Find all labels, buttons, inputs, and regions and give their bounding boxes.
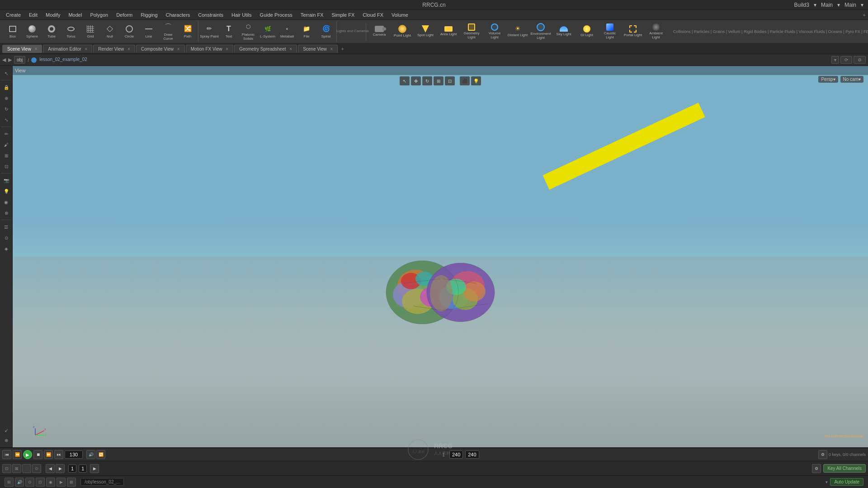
go-to-end-btn[interactable]: ⏭ (54, 450, 63, 459)
status-icon-4[interactable]: ⊡ (36, 478, 45, 487)
tab-render-view[interactable]: Render View × (93, 45, 135, 53)
menu-simplefx[interactable]: Simple FX (328, 11, 358, 19)
menu-cloudfx[interactable]: Cloud FX (359, 11, 387, 19)
tab-composite-view[interactable]: Composite View × (136, 45, 185, 53)
auto-update-btn[interactable]: Auto Update (830, 478, 863, 486)
sidebar-bottom-2[interactable]: ⊕ (1, 435, 11, 445)
tool-platonic[interactable]: ⬡ Platonic Solids (239, 21, 258, 42)
tool-gi-light[interactable]: GI Light (576, 21, 598, 42)
tool-null[interactable]: Null (100, 21, 119, 42)
frame-number[interactable]: 130 (65, 450, 83, 459)
tab-scene-view-2[interactable]: Scene View × (298, 45, 338, 53)
stop-btn[interactable]: ⏹ (33, 450, 42, 459)
menu-constraints[interactable]: Constraints (194, 11, 227, 19)
status-icon-3[interactable]: ⊙ (25, 478, 34, 487)
obj-dropdown[interactable]: obj (14, 56, 25, 64)
camera-view-tool[interactable]: 📷 (1, 175, 11, 185)
tool-geometry-light[interactable]: Geometry Light (460, 21, 483, 42)
back-btn[interactable]: ◀ (2, 57, 6, 63)
tool-volume-light[interactable]: Volume Light (483, 21, 506, 42)
tool-torus[interactable]: Torus (61, 21, 80, 42)
menu-characters[interactable]: Characters (162, 11, 194, 19)
record-btn[interactable] (22, 464, 31, 473)
tab-animation-editor[interactable]: Animation Editor × (43, 45, 92, 53)
menu-guideprocess[interactable]: Guide Process (256, 11, 296, 19)
tool-portal-light[interactable]: Portal Light (622, 21, 644, 42)
range-end-2[interactable]: 240 (465, 450, 479, 459)
viewport[interactable]: View ↖ ✥ ↻ ⊞ ⊡ ⬛ 💡 Persp▾ No cam▾ (13, 66, 868, 447)
play-btn[interactable]: ▶ (23, 450, 32, 459)
menu-volume[interactable]: Volume (388, 11, 412, 19)
new-tab-btn[interactable]: + (341, 46, 344, 52)
move-btn[interactable]: ✥ (411, 76, 421, 85)
menu-rigging[interactable]: Rigging (137, 11, 161, 19)
transform-tool[interactable]: ⊕ (1, 93, 11, 103)
shade-btn[interactable]: ⬛ (460, 76, 470, 85)
light-tool[interactable]: 💡 (1, 186, 11, 196)
misc-tool4[interactable]: ⊙ (1, 233, 11, 243)
tool-file[interactable]: 📁 File (297, 21, 316, 42)
loop-btn[interactable]: 🔁 (96, 450, 105, 459)
tool-line[interactable]: Line (139, 21, 158, 42)
menu-deform[interactable]: Deform (113, 11, 136, 19)
step-fwd-btn[interactable]: ⏩ (44, 450, 53, 459)
key-all-channels-btn[interactable]: Key All Channels (823, 464, 866, 473)
tab-geo-spreadsheet[interactable]: Geometry Spreadsheet × (234, 45, 297, 53)
tool-distant-light[interactable]: ☀ Distant Light (506, 21, 529, 42)
select-mode-btn[interactable]: ↖ (400, 76, 410, 85)
rotate-btn[interactable]: ↻ (422, 76, 432, 85)
grid-snap-btn[interactable]: ⊡ (445, 76, 455, 85)
step-back-btn[interactable]: ⏪ (13, 450, 22, 459)
menu-polygon[interactable]: Polygon (86, 11, 112, 19)
sidebar-bottom-1[interactable]: ↙ (1, 425, 11, 435)
handle-tool[interactable]: ⊞ (1, 150, 11, 160)
timeline-opt-2[interactable]: ⊠ (12, 464, 21, 473)
menu-terrainfx[interactable]: Terrain FX (297, 11, 327, 19)
tool-lsystem[interactable]: 🌿 L-System (258, 21, 277, 42)
menu-modify[interactable]: Modify (42, 11, 64, 19)
toolbar-expand[interactable]: + (863, 12, 866, 18)
go-to-start-btn[interactable]: ⏮ (2, 450, 11, 459)
tool-spiral[interactable]: 🌀 Spiral (316, 21, 335, 42)
tool-sphere[interactable]: Sphere (23, 21, 42, 42)
tool-env-light[interactable]: Environment Light (529, 21, 552, 42)
tl-nav-2[interactable]: ▶ (56, 464, 65, 473)
forward-btn[interactable]: ▶ (8, 57, 12, 63)
scale-tool[interactable]: ⤡ (1, 115, 11, 125)
tool-draw-curve[interactable]: ⌒ Draw Curve (159, 21, 178, 42)
tool-box[interactable]: Box (3, 21, 22, 42)
tool-sky-light[interactable]: Sky Light (552, 21, 575, 42)
path-input-dropdown[interactable]: ▾ (831, 56, 839, 64)
status-icon-2[interactable]: 🔊 (15, 478, 24, 487)
timeline-opt-1[interactable]: ⊡ (2, 464, 11, 473)
menu-model[interactable]: Model (65, 11, 85, 19)
misc-tool2[interactable]: ⊗ (1, 208, 11, 218)
tool-area-light[interactable]: Area Light (437, 21, 460, 42)
keyframe-settings[interactable]: ⚙ (818, 450, 827, 459)
status-icon-5[interactable]: ◉ (46, 478, 55, 487)
snap-btn[interactable]: ⊞ (434, 76, 443, 85)
tool-point-light[interactable]: Point Light (391, 21, 414, 42)
settings-btn[interactable]: ⚙ (854, 56, 866, 64)
select-tool[interactable]: ↖ (1, 68, 11, 78)
tl-right-1[interactable]: ⚙ (812, 464, 821, 473)
tool-text[interactable]: T Text (219, 21, 238, 42)
rotate-tool[interactable]: ↻ (1, 104, 11, 114)
viewport-label[interactable]: View (15, 68, 26, 73)
status-icon-6[interactable]: ▶ (57, 478, 66, 487)
tool-grid[interactable]: Grid (81, 21, 100, 42)
tool-spot-light[interactable]: Spot Light (414, 21, 437, 42)
tool-path[interactable]: 🔀 Path (178, 21, 197, 42)
tool-circle[interactable]: Circle (120, 21, 139, 42)
status-icon-1[interactable]: ⊞ (5, 478, 14, 487)
tool-spray-paint[interactable]: ✏ Spray Paint (200, 21, 219, 42)
status-icon-7[interactable]: ⊠ (67, 478, 76, 487)
edit-tool[interactable]: ✏ (1, 129, 11, 139)
tab-scene-view-1[interactable]: Scene View × (2, 45, 42, 53)
tl-play-btn[interactable]: ▶ (90, 464, 99, 473)
paint-tool[interactable]: 🖌 (1, 140, 11, 150)
node-tool[interactable]: ⊡ (1, 161, 11, 171)
tool-metaball[interactable]: ⚬ Metaball (278, 21, 297, 42)
misc-tool5[interactable]: ◈ (1, 244, 11, 253)
misc-tool3[interactable]: ☰ (1, 222, 11, 232)
